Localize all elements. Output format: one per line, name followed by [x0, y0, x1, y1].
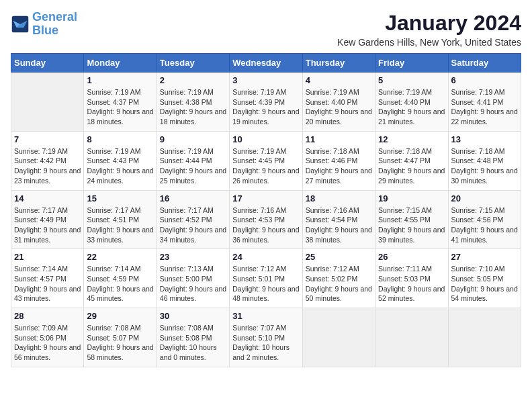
calendar-cell: 27Sunrise: 7:10 AMSunset: 5:05 PMDayligh… [448, 249, 521, 308]
day-number: 13 [451, 134, 518, 144]
calendar-cell: 22Sunrise: 7:14 AMSunset: 4:59 PMDayligh… [84, 249, 157, 308]
day-header-friday: Friday [375, 54, 448, 73]
day-info: Sunrise: 7:07 AMSunset: 5:10 PMDaylight:… [232, 323, 299, 363]
day-number: 31 [232, 311, 299, 321]
day-number: 1 [87, 75, 153, 85]
day-number: 15 [87, 193, 153, 203]
day-info: Sunrise: 7:19 AMSunset: 4:39 PMDaylight:… [232, 87, 299, 127]
day-info: Sunrise: 7:19 AMSunset: 4:41 PMDaylight:… [451, 87, 518, 127]
month-title: January 2024 [337, 11, 521, 36]
calendar-week-row: 7Sunrise: 7:19 AMSunset: 4:42 PMDaylight… [11, 131, 521, 190]
calendar-cell: 13Sunrise: 7:18 AMSunset: 4:48 PMDayligh… [448, 131, 521, 190]
day-info: Sunrise: 7:12 AMSunset: 5:01 PMDaylight:… [232, 264, 299, 304]
day-header-monday: Monday [84, 54, 157, 73]
calendar-cell: 26Sunrise: 7:11 AMSunset: 5:03 PMDayligh… [375, 249, 448, 308]
calendar-cell: 17Sunrise: 7:16 AMSunset: 4:53 PMDayligh… [230, 190, 302, 249]
calendar-cell: 7Sunrise: 7:19 AMSunset: 4:42 PMDaylight… [11, 131, 84, 190]
day-number: 8 [87, 134, 153, 144]
calendar-cell: 29Sunrise: 7:08 AMSunset: 5:07 PMDayligh… [84, 308, 157, 367]
day-header-tuesday: Tuesday [157, 54, 229, 73]
day-number: 24 [232, 252, 299, 262]
day-number: 30 [160, 311, 226, 321]
day-number: 6 [451, 75, 518, 85]
calendar-header-row: SundayMondayTuesdayWednesdayThursdayFrid… [11, 54, 521, 73]
calendar-cell: 23Sunrise: 7:13 AMSunset: 5:00 PMDayligh… [157, 249, 229, 308]
day-number: 17 [232, 193, 299, 203]
day-info: Sunrise: 7:19 AMSunset: 4:40 PMDaylight:… [306, 87, 372, 127]
day-number: 11 [306, 134, 372, 144]
calendar-cell [11, 73, 84, 132]
calendar-cell: 6Sunrise: 7:19 AMSunset: 4:41 PMDaylight… [448, 73, 521, 132]
day-info: Sunrise: 7:11 AMSunset: 5:03 PMDaylight:… [378, 264, 445, 304]
day-info: Sunrise: 7:17 AMSunset: 4:51 PMDaylight:… [87, 205, 153, 245]
calendar-table: SundayMondayTuesdayWednesdayThursdayFrid… [11, 53, 521, 367]
title-block: January 2024 Kew Gardens Hills, New York… [337, 11, 521, 48]
day-info: Sunrise: 7:17 AMSunset: 4:52 PMDaylight:… [160, 205, 226, 245]
day-info: Sunrise: 7:09 AMSunset: 5:06 PMDaylight:… [14, 323, 81, 363]
day-number: 12 [378, 134, 445, 144]
logo: General Blue [11, 11, 77, 38]
day-info: Sunrise: 7:19 AMSunset: 4:43 PMDaylight:… [87, 146, 153, 186]
day-number: 7 [14, 134, 81, 144]
calendar-cell: 24Sunrise: 7:12 AMSunset: 5:01 PMDayligh… [230, 249, 302, 308]
day-number: 18 [306, 193, 372, 203]
day-info: Sunrise: 7:14 AMSunset: 4:57 PMDaylight:… [14, 264, 81, 304]
day-header-sunday: Sunday [11, 54, 84, 73]
calendar-cell: 3Sunrise: 7:19 AMSunset: 4:39 PMDaylight… [230, 73, 302, 132]
calendar-cell: 16Sunrise: 7:17 AMSunset: 4:52 PMDayligh… [157, 190, 229, 249]
day-info: Sunrise: 7:10 AMSunset: 5:05 PMDaylight:… [451, 264, 518, 304]
calendar-cell: 11Sunrise: 7:18 AMSunset: 4:46 PMDayligh… [302, 131, 375, 190]
day-number: 5 [378, 75, 445, 85]
day-header-wednesday: Wednesday [230, 54, 302, 73]
calendar-cell: 28Sunrise: 7:09 AMSunset: 5:06 PMDayligh… [11, 308, 84, 367]
day-number: 9 [160, 134, 226, 144]
day-number: 28 [14, 311, 81, 321]
calendar-cell: 25Sunrise: 7:12 AMSunset: 5:02 PMDayligh… [302, 249, 375, 308]
day-number: 25 [306, 252, 372, 262]
day-number: 23 [160, 252, 226, 262]
day-info: Sunrise: 7:08 AMSunset: 5:08 PMDaylight:… [160, 323, 226, 363]
page-header: General Blue January 2024 Kew Gardens Hi… [11, 11, 521, 48]
day-info: Sunrise: 7:19 AMSunset: 4:37 PMDaylight:… [87, 87, 153, 127]
calendar-cell: 4Sunrise: 7:19 AMSunset: 4:40 PMDaylight… [302, 73, 375, 132]
day-number: 20 [451, 193, 518, 203]
location: Kew Gardens Hills, New York, United Stat… [337, 37, 521, 48]
day-info: Sunrise: 7:15 AMSunset: 4:55 PMDaylight:… [378, 205, 445, 245]
calendar-cell: 19Sunrise: 7:15 AMSunset: 4:55 PMDayligh… [375, 190, 448, 249]
calendar-cell: 12Sunrise: 7:18 AMSunset: 4:47 PMDayligh… [375, 131, 448, 190]
day-info: Sunrise: 7:19 AMSunset: 4:44 PMDaylight:… [160, 146, 226, 186]
day-header-thursday: Thursday [302, 54, 375, 73]
day-number: 16 [160, 193, 226, 203]
day-number: 2 [160, 75, 226, 85]
day-info: Sunrise: 7:08 AMSunset: 5:07 PMDaylight:… [87, 323, 153, 363]
calendar-cell: 21Sunrise: 7:14 AMSunset: 4:57 PMDayligh… [11, 249, 84, 308]
calendar-week-row: 14Sunrise: 7:17 AMSunset: 4:49 PMDayligh… [11, 190, 521, 249]
day-info: Sunrise: 7:19 AMSunset: 4:45 PMDaylight:… [232, 146, 299, 186]
day-number: 3 [232, 75, 299, 85]
day-number: 22 [87, 252, 153, 262]
logo-icon [11, 15, 30, 34]
day-number: 26 [378, 252, 445, 262]
day-number: 14 [14, 193, 81, 203]
calendar-cell: 30Sunrise: 7:08 AMSunset: 5:08 PMDayligh… [157, 308, 229, 367]
day-info: Sunrise: 7:14 AMSunset: 4:59 PMDaylight:… [87, 264, 153, 304]
calendar-cell: 8Sunrise: 7:19 AMSunset: 4:43 PMDaylight… [84, 131, 157, 190]
calendar-cell [302, 308, 375, 367]
calendar-cell: 18Sunrise: 7:16 AMSunset: 4:54 PMDayligh… [302, 190, 375, 249]
calendar-cell: 1Sunrise: 7:19 AMSunset: 4:37 PMDaylight… [84, 73, 157, 132]
day-number: 4 [306, 75, 372, 85]
logo-text: General Blue [32, 11, 77, 38]
calendar-cell: 5Sunrise: 7:19 AMSunset: 4:40 PMDaylight… [375, 73, 448, 132]
day-info: Sunrise: 7:18 AMSunset: 4:48 PMDaylight:… [451, 146, 518, 186]
day-number: 21 [14, 252, 81, 262]
calendar-week-row: 21Sunrise: 7:14 AMSunset: 4:57 PMDayligh… [11, 249, 521, 308]
calendar-week-row: 28Sunrise: 7:09 AMSunset: 5:06 PMDayligh… [11, 308, 521, 367]
day-number: 10 [232, 134, 299, 144]
day-info: Sunrise: 7:15 AMSunset: 4:56 PMDaylight:… [451, 205, 518, 245]
day-number: 29 [87, 311, 153, 321]
day-number: 19 [378, 193, 445, 203]
calendar-cell: 2Sunrise: 7:19 AMSunset: 4:38 PMDaylight… [157, 73, 229, 132]
day-info: Sunrise: 7:16 AMSunset: 4:53 PMDaylight:… [232, 205, 299, 245]
day-info: Sunrise: 7:18 AMSunset: 4:46 PMDaylight:… [306, 146, 372, 186]
day-number: 27 [451, 252, 518, 262]
